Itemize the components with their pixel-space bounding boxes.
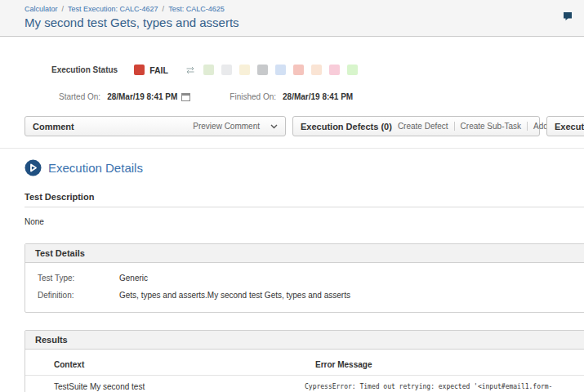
test-description-value: None: [25, 217, 584, 226]
finished-on-label: Finished On:: [230, 92, 276, 101]
result-context: TestSuite My second test: [25, 382, 305, 391]
page-header: Calculator / Test Execution: CALC-4627 /…: [0, 0, 584, 37]
chevron-down-icon[interactable]: [270, 124, 278, 129]
comment-panel-header: Comment Preview Comment: [25, 116, 286, 136]
definition-label: Definition:: [38, 291, 119, 300]
execution-status-label: Execution Status: [51, 65, 118, 74]
test-description-heading: Test Description: [25, 192, 584, 207]
test-details-section: Test Details Test Type: Generic Definiti…: [25, 243, 584, 313]
execution-defects-panel-header: Execution Defects (0) Create Defect Crea…: [292, 116, 540, 136]
definition-value: Gets, types and asserts.My second test G…: [119, 291, 350, 300]
execution-evidence-panel-header: Execution Evidence: [546, 116, 584, 136]
result-row: TestSuite My second test CypressError: T…: [25, 376, 584, 392]
status-swatch[interactable]: [293, 65, 304, 75]
execution-defects-title: Execution Defects (0): [301, 122, 392, 131]
status-swatch[interactable]: [203, 65, 214, 75]
execution-dates-row: Started On: 28/Mar/19 8:41 PM Finished O…: [59, 92, 584, 101]
status-swatch[interactable]: [221, 65, 232, 75]
started-on-value[interactable]: 28/Mar/19 8:41 PM: [107, 92, 177, 101]
results-table-header: Context Error Message: [25, 353, 584, 376]
section-divider: [0, 148, 584, 149]
error-message-column-header: Error Message: [305, 360, 584, 369]
test-description-section: Test Description None: [25, 192, 584, 226]
status-swatch[interactable]: [239, 65, 250, 75]
finished-on-value[interactable]: 28/Mar/19 8:41 PM: [283, 92, 353, 101]
panels-row: Comment Preview Comment Execution Defect…: [25, 116, 584, 136]
context-column-header: Context: [25, 360, 305, 369]
test-type-value: Generic: [119, 274, 148, 283]
calendar-icon[interactable]: [181, 92, 190, 101]
execution-details-title: Execution Details: [48, 161, 143, 175]
execution-evidence-title: Execution Evidence: [555, 122, 584, 131]
page-title: My second test Gets, types and asserts: [25, 16, 559, 29]
status-value: FAIL: [149, 65, 168, 75]
status-color-square: [134, 65, 145, 75]
breadcrumb: Calculator / Test Execution: CALC-4627 /…: [25, 5, 559, 13]
breadcrumb-link-project[interactable]: Calculator: [25, 5, 58, 13]
feedback-icon[interactable]: [563, 10, 573, 20]
create-subtask-button[interactable]: Create Sub-Task: [455, 122, 528, 131]
preview-comment-button[interactable]: Preview Comment: [187, 122, 265, 131]
results-heading: Results: [25, 331, 584, 350]
definition-row: Definition: Gets, types and asserts.My s…: [25, 287, 584, 304]
comment-panel-title: Comment: [33, 122, 74, 131]
create-defect-button[interactable]: Create Defect: [392, 122, 455, 131]
result-error-message: CypressError: Timed out retrying: expect…: [305, 382, 584, 392]
status-swatch[interactable]: [275, 65, 286, 75]
breadcrumb-link-test[interactable]: Test: CALC-4625: [168, 5, 225, 13]
execution-status-row: Execution Status FAIL: [51, 65, 584, 75]
started-on-label: Started On:: [59, 92, 100, 101]
results-section: Results Context Error Message TestSuite …: [25, 330, 584, 392]
status-swatch[interactable]: [329, 65, 340, 75]
status-swatch[interactable]: [311, 65, 322, 75]
breadcrumb-separator: /: [62, 5, 65, 13]
test-details-heading: Test Details: [25, 244, 584, 263]
execution-details-heading: Execution Details: [25, 159, 584, 176]
status-swatch[interactable]: [257, 65, 268, 75]
current-status-button[interactable]: FAIL: [134, 65, 168, 75]
swap-arrows-icon[interactable]: [185, 66, 196, 74]
play-circle-icon: [25, 159, 42, 176]
test-type-label: Test Type:: [38, 274, 119, 283]
status-swatch[interactable]: [347, 65, 358, 75]
breadcrumb-link-test-execution[interactable]: Test Execution: CALC-4627: [68, 5, 158, 13]
results-table: Context Error Message TestSuite My secon…: [25, 350, 584, 392]
breadcrumb-separator: /: [163, 5, 165, 13]
test-type-row: Test Type: Generic: [25, 270, 584, 287]
